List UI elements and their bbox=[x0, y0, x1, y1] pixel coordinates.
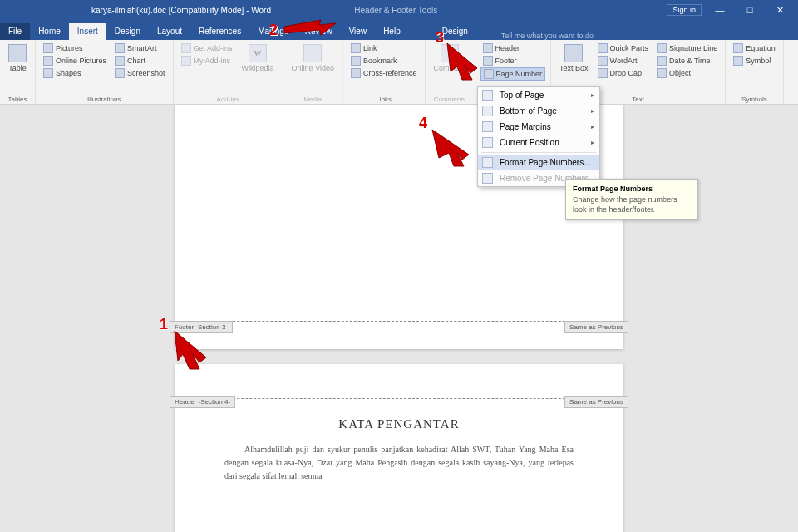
signature-line-button[interactable]: Signature Line bbox=[654, 42, 720, 54]
smartart-icon bbox=[115, 43, 125, 53]
tab-file[interactable]: File bbox=[0, 23, 30, 40]
header-icon bbox=[483, 43, 493, 53]
object-icon bbox=[657, 68, 667, 78]
bookmark-icon bbox=[351, 56, 361, 66]
group-addins: Get Add-ins My Add-ins WWikipedia Add-in… bbox=[174, 40, 283, 104]
footer-icon bbox=[483, 56, 493, 66]
screenshot-button[interactable]: Screenshot bbox=[112, 67, 168, 79]
shapes-button[interactable]: Shapes bbox=[41, 67, 109, 79]
bookmark-button[interactable]: Bookmark bbox=[348, 55, 420, 66]
menu-top-of-page[interactable]: Top of Page▸ bbox=[478, 87, 599, 103]
top-page-icon bbox=[482, 90, 493, 101]
textbox-icon bbox=[564, 44, 583, 62]
page-number-button[interactable]: Page Number bbox=[480, 67, 546, 81]
wikipedia-icon: W bbox=[249, 44, 267, 62]
comment-icon bbox=[441, 44, 459, 62]
page-number-menu: Top of Page▸ Bottom of Page▸ Page Margin… bbox=[477, 86, 600, 187]
remove-numbers-icon bbox=[482, 173, 493, 184]
wordart-button[interactable]: WordArt bbox=[595, 55, 652, 66]
tooltip-title: Format Page Numbers bbox=[573, 185, 691, 193]
margins-icon bbox=[482, 121, 493, 132]
bottom-page-icon bbox=[482, 106, 493, 116]
chart-button[interactable]: Chart bbox=[112, 55, 168, 66]
cross-reference-button[interactable]: Cross-reference bbox=[348, 67, 420, 79]
table-icon bbox=[8, 44, 27, 62]
wikipedia-button: WWikipedia bbox=[239, 42, 278, 74]
tab-layout[interactable]: Layout bbox=[149, 23, 190, 40]
screenshot-icon bbox=[115, 68, 125, 78]
dropcap-icon bbox=[598, 68, 608, 78]
chevron-right-icon: ▸ bbox=[591, 139, 594, 146]
format-numbers-icon bbox=[482, 157, 493, 168]
menu-format-page-numbers[interactable]: Format Page Numbers... bbox=[478, 155, 599, 170]
link-icon bbox=[351, 43, 361, 53]
menu-page-margins[interactable]: Page Margins▸ bbox=[478, 119, 599, 135]
group-links: Link Bookmark Cross-reference Links bbox=[343, 40, 426, 104]
table-button[interactable]: Table bbox=[5, 42, 30, 74]
store-icon bbox=[181, 43, 191, 53]
tab-hf-design[interactable]: Design bbox=[434, 23, 476, 40]
pictures-button[interactable]: Pictures bbox=[41, 42, 109, 54]
maximize-button[interactable]: □ bbox=[738, 5, 761, 15]
pictures-icon bbox=[43, 43, 53, 53]
online-video-button: Online Video bbox=[288, 42, 337, 74]
equation-button[interactable]: Equation bbox=[731, 42, 778, 54]
online-pictures-icon bbox=[43, 56, 53, 66]
textbox-button[interactable]: Text Box bbox=[556, 42, 592, 74]
wordart-icon bbox=[598, 56, 608, 66]
footer-zone[interactable]: Footer -Section 3- Same as Previous bbox=[175, 321, 623, 339]
cross-ref-icon bbox=[351, 68, 361, 78]
shapes-icon bbox=[43, 68, 53, 78]
object-button[interactable]: Object bbox=[654, 67, 720, 79]
online-pictures-button[interactable]: Online Pictures bbox=[41, 55, 109, 66]
page-number-icon bbox=[484, 69, 494, 79]
close-button[interactable]: ✕ bbox=[768, 5, 791, 16]
tab-references[interactable]: References bbox=[190, 23, 249, 40]
symbol-icon bbox=[733, 56, 743, 66]
group-illustrations: Pictures Online Pictures Shapes SmartArt… bbox=[36, 40, 174, 104]
document-paragraph: Alhamdulillah puji dan syukur penulis pa… bbox=[175, 431, 623, 483]
tooltip-body: Change how the page numbers look in the … bbox=[573, 195, 691, 214]
tell-me-search[interactable]: Tell me what you want to do bbox=[501, 32, 594, 40]
current-pos-icon bbox=[482, 137, 493, 148]
footer-button[interactable]: Footer bbox=[480, 55, 546, 66]
tab-view[interactable]: View bbox=[341, 23, 376, 40]
header-button[interactable]: Header bbox=[480, 42, 546, 54]
tab-help[interactable]: Help bbox=[375, 23, 409, 40]
page-current: Header -Section 4- Same as Previous KATA… bbox=[175, 364, 623, 532]
smartart-button[interactable]: SmartArt bbox=[112, 42, 168, 54]
title-bar: karya-ilmiah(ku).doc [Compatibility Mode… bbox=[0, 0, 798, 20]
dropcap-button[interactable]: Drop Cap bbox=[595, 67, 652, 79]
tab-review[interactable]: Review bbox=[297, 23, 341, 40]
minimize-button[interactable]: — bbox=[708, 5, 732, 15]
chevron-right-icon: ▸ bbox=[591, 123, 594, 131]
menu-current-position[interactable]: Current Position▸ bbox=[478, 135, 599, 150]
signature-icon bbox=[657, 43, 667, 53]
menu-bottom-of-page[interactable]: Bottom of Page▸ bbox=[478, 103, 599, 119]
tooltip-format-page-numbers: Format Page Numbers Change how the page … bbox=[565, 179, 698, 220]
footer-section-tag: Footer -Section 3- bbox=[170, 321, 233, 333]
symbol-button[interactable]: Symbol bbox=[731, 55, 778, 66]
link-button[interactable]: Link bbox=[348, 42, 420, 54]
my-addins-button: My Add-ins bbox=[179, 55, 235, 66]
document-title: karya-ilmiah(ku).doc [Compatibility Mode… bbox=[83, 6, 321, 15]
ribbon-tabs: File Home Insert Design Layout Reference… bbox=[0, 20, 798, 40]
chart-icon bbox=[115, 56, 125, 66]
video-icon bbox=[303, 44, 322, 62]
ribbon: Table Tables Pictures Online Pictures Sh… bbox=[0, 40, 798, 105]
equation-icon bbox=[733, 43, 743, 53]
get-addins-button: Get Add-ins bbox=[179, 42, 235, 54]
header-zone[interactable]: Header -Section 4- Same as Previous bbox=[175, 364, 623, 399]
quickparts-button[interactable]: Quick Parts bbox=[595, 42, 652, 54]
tab-home[interactable]: Home bbox=[30, 23, 69, 40]
tab-insert[interactable]: Insert bbox=[69, 23, 106, 40]
tab-mailings[interactable]: Mailings bbox=[249, 23, 297, 40]
date-time-button[interactable]: Date & Time bbox=[654, 55, 720, 66]
comment-button: Comment bbox=[431, 42, 470, 74]
quickparts-icon bbox=[598, 43, 608, 53]
group-comments: Comment Comments bbox=[426, 40, 475, 104]
tab-design[interactable]: Design bbox=[106, 23, 149, 40]
sign-in-button[interactable]: Sign in bbox=[667, 4, 702, 16]
document-area[interactable]: Footer -Section 3- Same as Previous Head… bbox=[0, 105, 798, 532]
group-media: Online Video Media bbox=[283, 40, 343, 104]
